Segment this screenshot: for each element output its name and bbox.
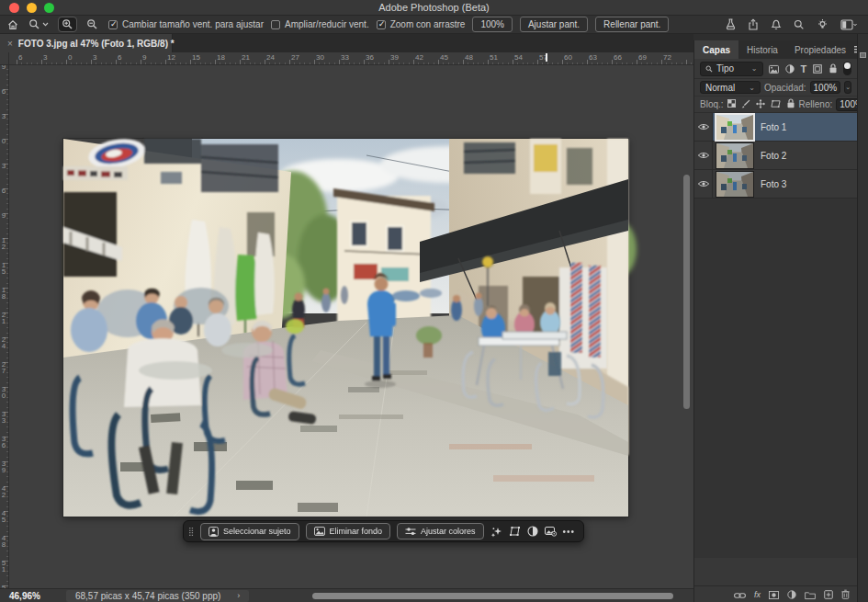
beta-flask-icon[interactable] <box>726 18 736 30</box>
lock-all-padlock-icon[interactable] <box>786 98 795 110</box>
lock-transparency-icon[interactable] <box>727 99 736 109</box>
delete-layer-trash-icon[interactable] <box>841 586 850 602</box>
share-icon[interactable] <box>748 18 759 30</box>
vertical-ruler[interactable]: 9630369121518212427303336394245485154 <box>0 65 9 588</box>
lock-pixels-brush-icon[interactable] <box>741 99 750 110</box>
checkbox-label: Zoom con arrastre <box>390 19 466 29</box>
notifications-bell-icon[interactable] <box>771 18 782 30</box>
layer-name[interactable]: Foto 2 <box>761 151 786 161</box>
opacity-chevron-icon[interactable]: ⌄ <box>844 81 851 94</box>
generative-sparkle-icon[interactable] <box>490 526 502 538</box>
layer-name[interactable]: Foto 3 <box>761 179 786 189</box>
filter-image-icon[interactable] <box>769 61 779 77</box>
layer-row-foto1[interactable]: Foto 1 <box>694 113 857 142</box>
opacity-value-field[interactable]: 100% <box>810 81 841 94</box>
ruler-number: 69 <box>638 53 647 62</box>
layer-name[interactable]: Foto 1 <box>761 122 786 132</box>
transform-icon[interactable] <box>509 526 521 537</box>
adjust-colors-button[interactable]: Ajustar colores <box>397 523 484 540</box>
zoom-all-windows-checkbox[interactable]: Ampliar/reducir vent. <box>271 19 369 29</box>
ruler-origin-corner[interactable] <box>0 52 9 65</box>
tab-historia[interactable]: Historia <box>738 40 786 59</box>
new-adjustment-layer-icon[interactable] <box>787 586 796 602</box>
link-layers-icon[interactable] <box>734 586 746 602</box>
layers-list: Foto 1 Foto 2 Foto 3 <box>694 113 857 558</box>
fit-screen-button[interactable]: Ajustar pant. <box>520 17 588 32</box>
horizontal-ruler[interactable]: 6303691215182124273033363942454851545760… <box>9 52 693 65</box>
checkbox-box <box>377 20 386 29</box>
tab-propiedades[interactable]: Propiedades <box>786 40 854 59</box>
search-icon[interactable] <box>794 19 805 30</box>
zoom-100-button[interactable]: 100% <box>472 17 513 32</box>
new-layer-icon[interactable] <box>824 586 833 602</box>
filter-on-off-toggle[interactable] <box>843 62 851 75</box>
ruler-number: 3 <box>43 53 47 62</box>
ruler-number: 33 <box>341 53 349 62</box>
remove-background-button[interactable]: Eliminar fondo <box>306 523 391 540</box>
canvas-vertical-scrollbar[interactable] <box>683 175 690 409</box>
document-tab[interactable]: × FOTO 3.jpg al 47% (Foto 1, RGB/8) * <box>0 34 173 52</box>
status-bar: 46,96% 68,57 picas x 45,74 picas (350 pp… <box>0 588 693 602</box>
blend-mode-select[interactable]: Normal ⌄ <box>700 81 761 94</box>
zoom-level-field[interactable]: 46,96% <box>9 591 40 601</box>
fill-screen-button[interactable]: Rellenar pant. <box>595 17 669 32</box>
canvas-photo[interactable] <box>63 139 628 517</box>
filter-type-text-icon[interactable]: T <box>801 63 807 74</box>
ruler-number: 33 <box>1 411 6 424</box>
layer-effects-icon[interactable]: fx <box>754 590 761 599</box>
image-settings-icon[interactable] <box>545 526 557 537</box>
zoom-out-button[interactable] <box>84 17 101 31</box>
document-dimensions: 68,57 picas x 45,74 picas (350 ppp) <box>75 591 220 601</box>
filter-type-select[interactable]: Tipo ⌄ <box>700 62 763 76</box>
photoshop-window: Adobe Photoshop (Beta) Cambiar t <box>0 0 868 602</box>
tab-capas[interactable]: Capas <box>694 40 738 59</box>
filter-adjustment-icon[interactable] <box>785 61 795 77</box>
checkbox-box <box>108 20 118 29</box>
close-document-icon[interactable]: × <box>7 39 13 49</box>
layer-thumbnail[interactable] <box>716 172 753 197</box>
magnifier-icon <box>28 18 40 30</box>
taskbar-more-options-button[interactable]: ••• <box>563 527 576 537</box>
layer-visibility-toggle[interactable] <box>694 142 713 169</box>
lock-artboard-icon[interactable] <box>771 99 781 110</box>
document-info[interactable]: 68,57 picas x 45,74 picas (350 ppp) › <box>66 590 249 602</box>
status-menu-chevron-icon[interactable]: › <box>237 591 240 600</box>
layer-thumbnail[interactable] <box>716 115 753 140</box>
discover-lightbulb-icon[interactable] <box>817 18 829 30</box>
adjustment-half-circle-icon[interactable] <box>527 526 538 537</box>
layer-thumbnail[interactable] <box>716 143 753 168</box>
ruler-number: 51 <box>490 53 498 62</box>
new-group-folder-icon[interactable] <box>805 586 816 602</box>
zoom-in-button[interactable] <box>59 17 76 31</box>
ruler-number: 21 <box>242 53 250 62</box>
layer-row-foto3[interactable]: Foto 3 <box>694 170 857 199</box>
lock-position-move-icon[interactable] <box>756 99 765 110</box>
scrubby-zoom-checkbox[interactable]: Zoom con arrastre <box>377 19 466 29</box>
zoom-in-icon <box>62 18 73 30</box>
dock-panel-icon[interactable] <box>860 52 866 58</box>
add-layer-mask-icon[interactable] <box>769 586 779 602</box>
adjust-colors-label: Ajustar colores <box>421 527 476 536</box>
ruler-number: 48 <box>1 535 6 548</box>
ruler-number: 6 <box>118 53 121 62</box>
ruler-cursor-indicator <box>546 53 547 62</box>
collapsed-panel-dock[interactable] <box>857 34 868 602</box>
taskbar-drag-handle[interactable]: ⣿ <box>188 528 194 535</box>
layer-visibility-toggle[interactable] <box>694 113 713 141</box>
layer-visibility-toggle[interactable] <box>694 170 713 198</box>
ruler-number: 12 <box>1 237 6 250</box>
filter-smart-object-lock-icon[interactable] <box>829 61 838 77</box>
layer-row-foto2[interactable]: Foto 2 <box>694 142 857 170</box>
zoom-tool-button[interactable] <box>26 17 51 31</box>
canvas-horizontal-scrollbar[interactable] <box>312 593 673 599</box>
select-subject-button[interactable]: Seleccionar sujeto <box>200 523 299 540</box>
ruler-number: 48 <box>465 53 473 62</box>
ruler-number: 60 <box>564 53 572 62</box>
ruler-number: 18 <box>1 287 6 300</box>
ruler-number: 36 <box>1 436 6 449</box>
home-icon[interactable] <box>7 19 18 30</box>
ruler-number: 36 <box>366 53 374 62</box>
resize-window-to-fit-checkbox[interactable]: Cambiar tamaño vent. para ajustar <box>108 19 264 29</box>
workspace-switcher-icon[interactable] <box>840 19 857 30</box>
filter-shape-icon[interactable] <box>813 61 822 77</box>
